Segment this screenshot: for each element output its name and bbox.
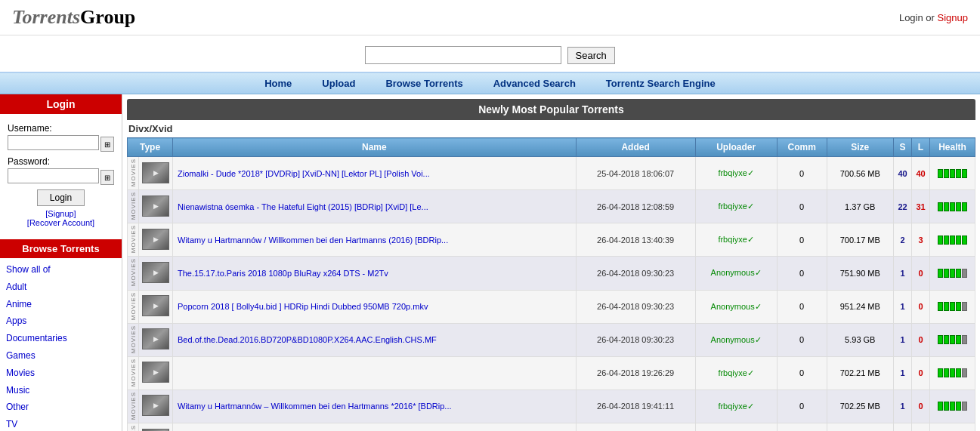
- table-row: MOVIES▶Bed.of.the.Dead.2016.BD720P&BD108…: [128, 323, 975, 356]
- auth-links-sidebar: [Signup] [Recover Account]: [8, 209, 114, 227]
- browse-other[interactable]: Other: [6, 399, 116, 416]
- health-segment: [962, 302, 967, 311]
- uploader-link[interactable]: frbqiyxe: [718, 235, 747, 244]
- thumbnail: ▶: [142, 229, 169, 250]
- size-cell: 5.93 GB: [827, 323, 893, 356]
- password-input[interactable]: [8, 168, 99, 183]
- thumb-cell: ▶: [139, 190, 173, 223]
- type-label: MOVIES: [130, 392, 137, 420]
- browse-show-all[interactable]: Show all of: [6, 261, 116, 279]
- thumb-cell: ▶: [139, 423, 173, 432]
- recover-link[interactable]: [Recover Account]: [27, 218, 94, 227]
- thumbnail: ▶: [142, 328, 169, 349]
- username-input[interactable]: [8, 135, 99, 150]
- logo: TorrentsGroup: [12, 6, 135, 29]
- leechers-cell: 0: [912, 257, 930, 290]
- health-bar: [933, 402, 972, 411]
- uploader-link[interactable]: frbqiyxe: [718, 368, 747, 377]
- th-type: Type: [128, 138, 173, 157]
- browse-documentaries[interactable]: Documentaries: [6, 330, 116, 347]
- leechers-cell: 31: [912, 190, 930, 223]
- username-icon-btn[interactable]: ⊞: [100, 137, 114, 152]
- size-cell: 751.90 MB: [827, 257, 893, 290]
- torrent-name-link[interactable]: Witamy u Hartmannów – Willkommen bei den…: [178, 402, 452, 411]
- added-cell: 25-04-2018 18:06:07: [576, 157, 695, 190]
- seeders-cell: 1: [894, 257, 912, 290]
- signup-link[interactable]: Signup: [938, 12, 968, 23]
- nav-advanced[interactable]: Advanced Search: [493, 78, 576, 89]
- sidebar: Login Username: ⊞ Password: ⊞ Login [Sig…: [0, 94, 122, 431]
- torrent-name-link[interactable]: Ziomalki - Dude *2018* [DVDRip] [XviD-NN…: [178, 169, 430, 178]
- verified-icon: ✓: [747, 402, 754, 411]
- health-cell: [930, 323, 975, 356]
- main: Login Username: ⊞ Password: ⊞ Login [Sig…: [0, 94, 980, 431]
- uploader-link[interactable]: Anonymous: [711, 268, 755, 277]
- type-label-cell: MOVIES: [128, 423, 139, 432]
- size-cell: 951.24 MB: [827, 290, 893, 323]
- health-segment: [950, 269, 955, 278]
- uploader-link[interactable]: frbqiyxe: [718, 168, 747, 177]
- browse-movies[interactable]: Movies: [6, 365, 116, 382]
- browse-adult[interactable]: Adult: [6, 279, 116, 296]
- torrent-name-link[interactable]: Witamy u Hartmannów / Willkommen bei den…: [178, 236, 448, 245]
- browse-games[interactable]: Games: [6, 347, 116, 365]
- login-link[interactable]: Login: [899, 12, 923, 23]
- browse-apps[interactable]: Apps: [6, 312, 116, 330]
- size-cell: 702.25 MB: [827, 389, 893, 423]
- comm-cell: 0: [777, 423, 827, 432]
- health-cell: [930, 223, 975, 257]
- health-segment: [938, 236, 943, 245]
- health-segment: [956, 402, 961, 411]
- seeders-cell: 22: [894, 190, 912, 223]
- uploader-link[interactable]: frbqiyxe: [718, 202, 747, 211]
- added-cell: 26-04-2018 13:40:39: [576, 223, 695, 257]
- nav-home[interactable]: Home: [264, 78, 292, 89]
- health-segment: [950, 202, 955, 211]
- uploader-cell: Anonymous✓: [695, 257, 777, 290]
- nav-torrentz[interactable]: Torrentz Search Engine: [606, 78, 716, 89]
- torrent-name-link[interactable]: The.15.17.to.Paris 2018 1080p BluRay x26…: [178, 269, 388, 278]
- name-cell: Bed.of.the.Dead.2016.BD720P&BD1080P.X264…: [173, 323, 577, 356]
- signup-link-sidebar[interactable]: [Signup]: [45, 209, 76, 218]
- name-cell: Nienawistna ósemka - The Hateful Eight (…: [173, 190, 577, 223]
- health-segment: [956, 169, 961, 178]
- health-segment: [962, 335, 967, 344]
- section-title: Newly Most Popular Torrents: [127, 99, 975, 120]
- table-row: MOVIES▶Nienawistna ósemka - The Hateful …: [128, 190, 975, 223]
- nav-browse[interactable]: Browse Torrents: [385, 78, 462, 89]
- th-health: Health: [930, 138, 975, 157]
- th-size: Size: [827, 138, 893, 157]
- type-label-cell: MOVIES: [128, 223, 139, 257]
- uploader-link[interactable]: frbqiyxe: [718, 402, 747, 411]
- torrent-name-link[interactable]: Bed.of.the.Dead.2016.BD720P&BD1080P.X264…: [178, 335, 437, 344]
- uploader-link[interactable]: Anonymous: [711, 335, 755, 344]
- browse-music[interactable]: Music: [6, 382, 116, 399]
- thumb-cell: ▶: [139, 157, 173, 190]
- name-cell: Ziomalki - Dude *2018* [DVDRip] [XviD-NN…: [173, 157, 577, 190]
- health-segment: [944, 269, 949, 278]
- comm-cell: 0: [777, 257, 827, 290]
- seeders-cell: 1: [894, 356, 912, 389]
- search-button[interactable]: Search: [567, 47, 615, 64]
- login-submit-button[interactable]: Login: [37, 189, 85, 206]
- torrent-name-link[interactable]: Nienawistna ósemka - The Hateful Eight (…: [178, 202, 428, 211]
- health-segment: [962, 169, 967, 178]
- password-icon-btn[interactable]: ⊞: [100, 170, 114, 185]
- nav-upload[interactable]: Upload: [322, 78, 355, 89]
- browse-anime[interactable]: Anime: [6, 296, 116, 313]
- health-bar: [933, 202, 972, 211]
- health-segment: [962, 236, 967, 245]
- torrent-name-link[interactable]: Popcorn 2018 [ Bolly4u.bid ] HDRip Hindi…: [178, 302, 428, 311]
- table-row: MOVIES▶Popcorn 2018 [ Bolly4u.bid ] HDRi…: [128, 290, 975, 323]
- browse-tv[interactable]: TV: [6, 416, 116, 431]
- health-segment: [944, 236, 949, 245]
- health-cell: [930, 290, 975, 323]
- search-input[interactable]: [365, 46, 561, 64]
- uploader-link[interactable]: Anonymous: [711, 302, 755, 311]
- th-l: L: [912, 138, 930, 157]
- health-segment: [938, 335, 943, 344]
- type-label: MOVIES: [130, 192, 137, 220]
- username-label: Username:: [8, 123, 114, 134]
- verified-icon: ✓: [755, 268, 762, 277]
- added-cell: 26-04-2018 19:57:03: [576, 423, 695, 432]
